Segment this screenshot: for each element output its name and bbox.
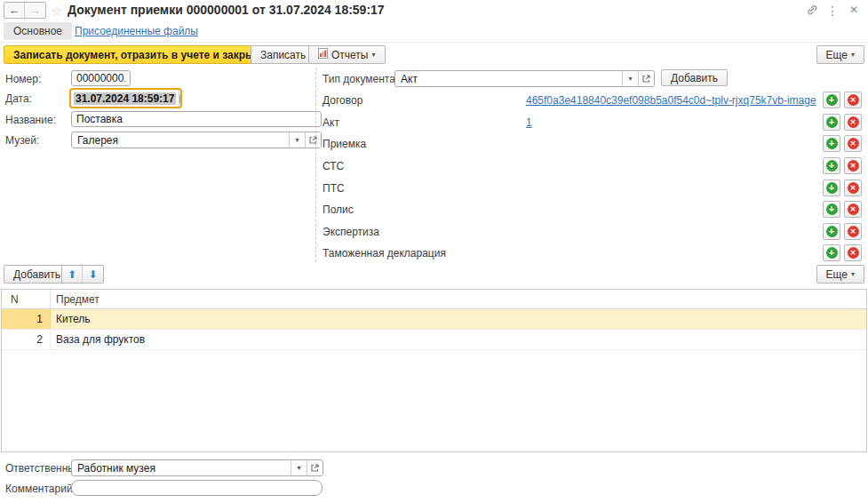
plus-icon: + [826, 247, 838, 259]
number-field[interactable] [71, 70, 131, 86]
doc-type-dropdown-icon[interactable]: ▾ [622, 71, 638, 86]
add-file-button[interactable]: + [823, 180, 840, 196]
table-row[interactable]: 2 Ваза для фруктов [2, 330, 866, 350]
doc-row-label: ПТС [323, 182, 345, 195]
tab-attached-files[interactable]: Присоединенные файлы [75, 25, 198, 37]
comment-field[interactable] [71, 480, 323, 496]
document-window: ← → ☆ Документ приемки 000000001 от 31.0… [0, 0, 868, 503]
doc-row-policy: Полис + ✕ [323, 199, 864, 220]
panel-splitter[interactable] [315, 68, 316, 262]
responsible-open-icon[interactable] [307, 460, 323, 475]
column-header-n[interactable]: N [2, 290, 51, 308]
history-nav: ← → [4, 2, 46, 19]
museum-value: Галерея [72, 132, 289, 148]
get-link-icon[interactable] [805, 4, 819, 19]
museum-label: Музей: [5, 134, 39, 147]
doc-row-sts: СТС + ✕ [323, 156, 864, 177]
cell-subject: Китель [51, 309, 866, 329]
cell-n: 1 [2, 309, 51, 329]
tabs-divider [0, 42, 868, 43]
reports-icon [318, 48, 328, 61]
delete-file-button[interactable]: ✕ [844, 135, 862, 152]
doc-type-value: Акт [395, 71, 622, 86]
date-label: Дата: [5, 92, 32, 105]
doc-row-label: Таможенная декларация [323, 247, 446, 259]
doc-type-open-icon[interactable] [638, 71, 654, 86]
delete-file-button[interactable]: ✕ [844, 92, 862, 108]
doc-row-label: Полис [323, 204, 354, 216]
cross-icon: ✕ [848, 226, 859, 237]
doc-row-contract: Договор 465f0a3e418840c39ef098b5a0f54c0d… [323, 90, 864, 111]
add-file-button[interactable]: + [823, 114, 840, 131]
arrow-up-icon: ⬆ [68, 268, 76, 281]
chevron-down-icon: ▾ [371, 51, 375, 59]
museum-dropdown-icon[interactable]: ▾ [289, 132, 305, 148]
delete-file-button[interactable]: ✕ [844, 114, 862, 131]
reports-button[interactable]: Отчеты ▾ [308, 45, 386, 64]
add-file-button[interactable]: + [823, 92, 840, 108]
add-doc-type-label: Добавить [671, 72, 718, 84]
doc-row-link[interactable]: 465f0a3e418840c39ef098b5a0f54c0d~tplv-rj… [526, 94, 816, 107]
add-file-button[interactable]: + [823, 201, 840, 218]
add-file-button[interactable]: + [823, 135, 840, 152]
reports-label: Отчеты [331, 49, 368, 61]
name-label: Название: [5, 114, 56, 126]
more-label: Еще [826, 49, 848, 61]
name-field[interactable] [71, 111, 322, 127]
save-button[interactable]: Записать [251, 45, 315, 64]
more-button-top[interactable]: Еще ▾ [816, 45, 864, 64]
favorite-star-icon[interactable]: ☆ [51, 4, 62, 20]
add-doc-type-button[interactable]: Добавить [661, 69, 728, 86]
items-table-header: N Предмет [2, 290, 866, 309]
move-up-button[interactable]: ⬆ [62, 266, 83, 283]
add-file-button[interactable]: + [823, 244, 840, 261]
page-title: Документ приемки 000000001 от 31.07.2024… [68, 3, 385, 17]
date-field[interactable]: 31.07.2024 18:59:17 [69, 88, 182, 108]
cross-icon: ✕ [848, 138, 859, 149]
back-icon: ← [9, 4, 20, 17]
plus-icon: + [826, 226, 838, 237]
doc-row-label: Договор [323, 94, 362, 107]
delete-file-button[interactable]: ✕ [844, 244, 862, 261]
doc-row-customs: Таможенная декларация + ✕ [323, 243, 864, 264]
doc-row-acceptance: Приемка + ✕ [323, 133, 864, 155]
items-table: N Предмет 1 Китель 2 Ваза для фруктов [1, 289, 867, 452]
doc-row-link[interactable]: 1 [526, 116, 532, 129]
table-row[interactable]: 1 Китель [2, 309, 866, 330]
plus-icon: + [826, 94, 838, 106]
forward-button[interactable]: → [25, 3, 45, 18]
move-down-button[interactable]: ⬇ [83, 266, 103, 283]
plus-icon: + [826, 138, 838, 149]
doc-row-act: Акт 1 + ✕ [323, 112, 864, 133]
museum-open-icon[interactable] [305, 132, 321, 148]
doc-row-pts: ПТС + ✕ [323, 178, 864, 199]
doc-type-label: Тип документа: [323, 73, 398, 85]
responsible-dropdown-icon[interactable]: ▾ [291, 460, 307, 475]
more-button-items[interactable]: Еще ▾ [816, 265, 864, 283]
add-file-button[interactable]: + [823, 223, 840, 240]
responsible-field[interactable]: Работник музея ▾ [71, 459, 323, 476]
delete-file-button[interactable]: ✕ [844, 157, 862, 174]
plus-icon: + [826, 116, 838, 128]
doc-row-label: СТС [323, 160, 344, 172]
cross-icon: ✕ [848, 247, 859, 259]
plus-icon: + [826, 182, 838, 194]
calendar-icon[interactable] [179, 90, 182, 107]
delete-file-button[interactable]: ✕ [844, 180, 862, 196]
chevron-down-icon: ▾ [851, 51, 855, 59]
cross-icon: ✕ [848, 160, 859, 172]
delete-file-button[interactable]: ✕ [844, 223, 862, 240]
doc-type-field[interactable]: Акт ▾ [394, 70, 655, 87]
add-item-button[interactable]: Добавить [4, 265, 70, 283]
responsible-value: Работник музея [72, 460, 291, 475]
close-icon[interactable]: ✕ [847, 4, 861, 16]
kebab-menu-icon[interactable]: ⋮ [825, 4, 840, 18]
tab-main[interactable]: Основное [4, 22, 72, 40]
add-file-button[interactable]: + [823, 157, 840, 174]
delete-file-button[interactable]: ✕ [844, 201, 862, 218]
column-header-subject[interactable]: Предмет [51, 290, 866, 308]
number-label: Номер: [5, 73, 41, 85]
museum-field[interactable]: Галерея ▾ [71, 132, 322, 148]
back-button[interactable]: ← [4, 3, 25, 18]
doc-row-label: Экспертиза [323, 226, 379, 238]
